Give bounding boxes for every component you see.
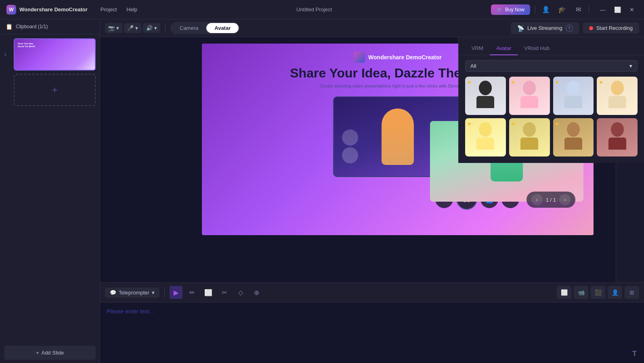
avatar-card-2[interactable]: ♥	[509, 77, 550, 115]
live-streaming-help-icon[interactable]: ?	[566, 25, 573, 32]
dot-2	[342, 147, 358, 163]
tp-mode-grid[interactable]: ⊞	[625, 286, 639, 299]
app-logo: W Wondershare DemoCreator	[6, 5, 88, 15]
app-logo-icon: W	[6, 5, 16, 15]
teleprompter-icon: 💬	[110, 290, 116, 296]
menu-project[interactable]: Project	[101, 6, 117, 13]
av3-head	[567, 81, 580, 95]
close-button[interactable]: ✕	[626, 4, 638, 15]
avatar-card-5[interactable]: ♥	[465, 118, 506, 156]
tp-shape-tool[interactable]: ◇	[234, 286, 247, 299]
left-panel: 📋 Clipboard (1/1) 1 Share Your Idea,Dazz…	[0, 19, 100, 363]
live-streaming-label: Live Streaming	[527, 25, 562, 31]
teleprompter-input[interactable]	[100, 302, 644, 363]
slide-list: 1 Share Your Idea,Dazzle The World! +	[0, 34, 100, 342]
clipboard-icon: 📋	[6, 23, 13, 30]
tp-mode-person[interactable]: 👤	[608, 286, 622, 299]
mic-dropdown-icon: ▾	[135, 25, 138, 31]
toolbar: 📷 ▾ 🎤 ▾ 🔊 ▾ Camera Avatar 📡	[100, 19, 644, 37]
user-icon-button[interactable]: 👤	[540, 4, 552, 15]
maximize-button[interactable]: ⬜	[612, 4, 623, 15]
avatar-filter-row: All ▾	[459, 55, 644, 77]
avatar-fav-5: ♥	[468, 121, 471, 127]
bottom-area: 💬 Teleprompter ▾ ▶ ✏ ⬜ ✂ ◇ ⊕ ⬜ 📹 ⬛ 👤 ⊞	[100, 282, 644, 363]
tp-add-tool[interactable]: ⊕	[250, 286, 263, 299]
avatar-figure-8	[597, 118, 638, 150]
camera-source-button[interactable]: 📷 ▾	[105, 23, 122, 33]
avatar-card-6[interactable]: ♥	[509, 118, 550, 156]
tp-text-tool[interactable]: ⬜	[202, 286, 215, 299]
tab-vrm[interactable]: VRM	[465, 42, 490, 55]
speaker-dropdown-icon: ▾	[154, 25, 157, 31]
tp-mode-split[interactable]: ⬛	[591, 286, 605, 299]
avatar-switch-button[interactable]: Avatar	[206, 23, 239, 33]
slide-thumb-1[interactable]: Share Your Idea,Dazzle The World!	[14, 38, 96, 71]
page-indicator: 1 / 1	[546, 197, 556, 203]
graduation-icon-button[interactable]: 🎓	[556, 4, 568, 15]
avatar-figure-3	[553, 77, 594, 108]
recording-dot-icon	[589, 26, 593, 30]
camera-icon: 📷	[108, 25, 115, 31]
avatar-card-4[interactable]: ♥	[597, 77, 638, 115]
tp-mode-camera[interactable]: 📹	[574, 286, 588, 299]
speaker-button[interactable]: 🔊 ▾	[143, 23, 160, 33]
av2-body	[520, 96, 538, 108]
add-icon: +	[36, 350, 39, 356]
teleprompter-button[interactable]: 💬 Teleprompter ▾	[105, 288, 159, 298]
avatar-filter-select[interactable]: All ▾	[465, 60, 638, 72]
app-name: Wondershare DemoCreator	[19, 6, 88, 13]
slide-logo-row: Wondershare DemoCreator	[354, 52, 442, 63]
menu-help[interactable]: Help	[126, 6, 137, 13]
camera-dropdown-icon: ▾	[116, 25, 119, 31]
av7-head	[567, 122, 580, 137]
av5-head	[479, 122, 492, 137]
minimize-button[interactable]: —	[597, 4, 608, 15]
start-recording-button[interactable]: Start Recording	[583, 23, 639, 33]
avatar-figure-1	[465, 77, 506, 108]
mic-button[interactable]: 🎤 ▾	[124, 23, 141, 33]
main-layout: 📋 Clipboard (1/1) 1 Share Your Idea,Dazz…	[0, 19, 644, 363]
tp-right-buttons: ⬜ 📹 ⬛ 👤 ⊞	[557, 286, 639, 299]
add-slide-button[interactable]: + Add Slide	[4, 346, 96, 360]
avatar-figure-2	[509, 77, 550, 108]
avatar-card-3[interactable]: ♥	[553, 77, 594, 115]
av8-body	[608, 138, 626, 150]
avatar-card-1[interactable]: ♥	[465, 77, 506, 115]
av4-body	[608, 96, 626, 108]
title-bar-menu: Project Help	[101, 6, 137, 13]
tp-cut-tool[interactable]: ✂	[218, 286, 231, 299]
tab-avatar[interactable]: Avatar	[490, 42, 518, 55]
clipboard-header: 📋 Clipboard (1/1)	[0, 19, 100, 34]
buy-now-button[interactable]: 🛒 Buy Now	[491, 4, 530, 15]
mail-icon-button[interactable]: ✉	[573, 4, 584, 15]
avatar-fav-3: ♥	[556, 79, 559, 86]
avatar-figure-5	[465, 118, 506, 150]
toolbar-left-group: 📷 ▾ 🎤 ▾ 🔊 ▾	[105, 23, 160, 33]
av2-head	[523, 81, 536, 95]
teleprompter-toolbar: 💬 Teleprompter ▾ ▶ ✏ ⬜ ✂ ◇ ⊕ ⬜ 📹 ⬛ 👤 ⊞	[100, 283, 644, 302]
avatar-card-8[interactable]	[597, 118, 638, 156]
av7-body	[564, 138, 582, 150]
teleprompter-dropdown-icon: ▾	[152, 290, 155, 296]
live-streaming-icon: 📡	[517, 25, 524, 31]
tab-vroid-hub[interactable]: VRoid Hub	[518, 42, 556, 55]
tp-mode-screen[interactable]: ⬜	[557, 286, 571, 299]
add-slide-placeholder[interactable]: +	[14, 74, 96, 106]
av6-head	[523, 122, 536, 137]
avatar-card-7[interactable]: ♥	[553, 118, 594, 156]
avatar-fav-7: ♥	[556, 121, 559, 127]
project-title: Untitled Project	[144, 6, 485, 13]
filter-label: All	[470, 63, 476, 69]
tp-pen-tool[interactable]: ✏	[186, 286, 199, 299]
camera-switch-button[interactable]: Camera	[172, 23, 206, 33]
camera-avatar-switch: Camera Avatar	[170, 22, 240, 34]
next-page-button[interactable]: ›	[559, 194, 571, 205]
avatar-figure-4	[597, 77, 638, 108]
live-streaming-button[interactable]: 📡 Live Streaming ?	[511, 22, 579, 34]
slide-subtitle: Create stunning video presentations righ…	[320, 83, 476, 88]
tp-cursor-tool[interactable]: ▶	[170, 286, 183, 299]
avatar-fav-4: ♥	[599, 79, 602, 86]
prev-page-button[interactable]: ‹	[531, 194, 543, 205]
slide-number-1: 1	[4, 52, 10, 57]
slide-demo-logo-text: Wondershare DemoCreator	[368, 54, 442, 60]
